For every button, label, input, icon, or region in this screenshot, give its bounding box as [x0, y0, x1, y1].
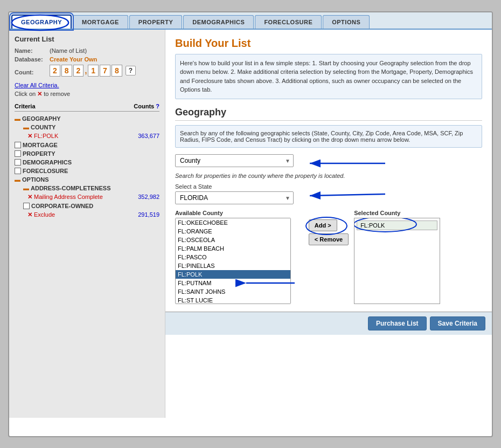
- county-buttons: Add > < Remove: [309, 210, 349, 245]
- fl-polk-count: 363,677: [138, 133, 159, 139]
- help-button[interactable]: ?: [126, 66, 136, 75]
- remove-note: Click on ✕ to remove: [15, 91, 159, 98]
- state-label: Select a State: [175, 183, 482, 190]
- county-collapse-icon[interactable]: ▬: [23, 124, 29, 130]
- tree-county[interactable]: ▬ COUNTY: [15, 123, 159, 132]
- tree-mortgage[interactable]: MORTGAGE: [15, 141, 159, 149]
- county-search-desc: Search for properties in the county wher…: [175, 173, 482, 179]
- right-panel: Build Your List Here's how to build your…: [165, 30, 492, 312]
- address-collapse-icon[interactable]: ▬: [23, 185, 29, 191]
- count-digit-4: 1: [88, 65, 99, 77]
- right-panel-wrapper: Build Your List Here's how to build your…: [165, 30, 492, 418]
- tree-exclude: ✕ Exclude 291,519: [15, 210, 159, 219]
- nav-tabs: GEOGRAPHY MORTGAGE PROPERTY DEMOGRAPHICS…: [9, 12, 492, 30]
- count-digit-6: 8: [112, 65, 122, 77]
- available-county-container: Available County FL:OKEECHOBEE FL:ORANGE…: [175, 210, 303, 304]
- main-window: GEOGRAPHY MORTGAGE PROPERTY DEMOGRAPHICS…: [8, 11, 493, 437]
- tree-options[interactable]: ▬ OPTIONS: [15, 175, 159, 184]
- selected-county-box: FL:POLK: [354, 218, 440, 304]
- geo-description: Search by any of the following geographi…: [175, 125, 482, 148]
- corporate-checkbox[interactable]: [23, 203, 30, 209]
- count-digit-3: 2: [73, 65, 84, 77]
- remove-county-button[interactable]: < Remove: [309, 233, 349, 245]
- options-label: OPTIONS: [22, 176, 49, 183]
- mailing-label: Mailing Address Complete: [34, 194, 103, 200]
- foreclosure-label: FORECLOSURE: [23, 168, 68, 174]
- state-select[interactable]: ALABAMA ALASKA ARIZONA ARKANSAS CALIFORN…: [175, 191, 294, 204]
- count-digit-1: 2: [50, 65, 60, 77]
- tree-address-completeness[interactable]: ▬ ADDRESS-COMPLETENESS: [15, 184, 159, 192]
- tree-property[interactable]: PROPERTY: [15, 149, 159, 158]
- county-label: COUNTY: [31, 124, 55, 130]
- purchase-list-button[interactable]: Purchase List: [368, 316, 427, 330]
- selected-polk-item: FL:POLK: [357, 220, 437, 230]
- geo-collapse-icon[interactable]: ▬: [15, 115, 20, 122]
- left-panel: Current List Name: (Name of List) Databa…: [9, 30, 165, 418]
- exclude-label: Exclude: [34, 211, 55, 218]
- tab-geography[interactable]: GEOGRAPHY: [11, 15, 72, 29]
- mailing-remove-icon[interactable]: ✕: [27, 194, 32, 201]
- tab-property[interactable]: PROPERTY: [129, 15, 183, 29]
- count-comma-1: ,: [85, 66, 87, 75]
- fl-polk-label: FL:POLK: [34, 133, 58, 139]
- count-display: 2 8 2 , 1 7 8 ?: [50, 65, 136, 77]
- tab-demographics[interactable]: DEMOGRAPHICS: [183, 15, 254, 29]
- counts-help-icon[interactable]: ?: [156, 103, 159, 109]
- name-value: (Name of List): [50, 47, 87, 54]
- database-value: Create Your Own: [50, 56, 97, 63]
- criteria-header: Criteria Counts ?: [15, 103, 159, 112]
- count-label: Count:: [15, 69, 50, 75]
- tree-demographics[interactable]: DEMOGRAPHICS: [15, 158, 159, 167]
- count-digit-2: 8: [61, 65, 72, 77]
- demographics-label: DEMOGRAPHICS: [23, 159, 72, 166]
- available-county-label: Available County: [175, 210, 303, 216]
- add-county-button[interactable]: Add >: [309, 219, 337, 231]
- tree-fl-polk: ✕ FL:POLK 363,677: [15, 132, 159, 141]
- county-selection: Available County FL:OKEECHOBEE FL:ORANGE…: [175, 210, 482, 304]
- build-title: Build Your List: [175, 37, 482, 50]
- tree-mailing-complete: ✕ Mailing Address Complete 352,982: [15, 192, 159, 202]
- address-label: ADDRESS-COMPLETENESS: [31, 185, 111, 191]
- tab-mortgage[interactable]: MORTGAGE: [73, 15, 128, 29]
- available-county-listbox[interactable]: FL:OKEECHOBEE FL:ORANGE FL:OSCEOLA FL:PA…: [175, 218, 291, 304]
- database-label: Database:: [15, 56, 50, 63]
- property-label: PROPERTY: [23, 150, 55, 157]
- options-collapse-icon[interactable]: ▬: [15, 176, 20, 183]
- tab-options[interactable]: OPTIONS: [323, 15, 370, 29]
- exclude-remove-icon[interactable]: ✕: [27, 211, 32, 218]
- exclude-count: 291,519: [138, 211, 159, 218]
- demographics-checkbox[interactable]: [15, 159, 21, 166]
- geo-label: GEOGRAPHY: [22, 115, 61, 122]
- mortgage-checkbox[interactable]: [15, 142, 21, 148]
- foreclosure-checkbox[interactable]: [15, 168, 21, 174]
- fl-polk-remove-icon[interactable]: ✕: [27, 133, 32, 140]
- property-checkbox[interactable]: [15, 150, 21, 157]
- tab-foreclosure[interactable]: FORECLOSURE: [255, 15, 322, 29]
- tree-foreclosure[interactable]: FORECLOSURE: [15, 167, 159, 175]
- geography-type-select[interactable]: State County City Zip Code Area Code MSA…: [175, 154, 294, 167]
- geography-select-wrapper: State County City Zip Code Area Code MSA…: [175, 154, 294, 167]
- name-label: Name:: [15, 47, 50, 54]
- state-select-wrapper: ALABAMA ALASKA ARIZONA ARKANSAS CALIFORN…: [175, 191, 294, 204]
- state-select-group: Select a State ALABAMA ALASKA ARIZONA AR…: [175, 183, 482, 204]
- tree-geography[interactable]: ▬ GEOGRAPHY: [15, 114, 159, 123]
- x-remove-icon: ✕: [37, 91, 44, 97]
- save-criteria-button[interactable]: Save Criteria: [430, 316, 485, 330]
- criteria-tree: ▬ GEOGRAPHY ▬ COUNTY ✕ FL:POLK 363,677: [15, 114, 159, 219]
- section-title: Geography: [175, 107, 482, 121]
- count-digit-5: 7: [100, 65, 110, 77]
- clear-criteria: Clear All Criteria.: [15, 82, 159, 88]
- selected-county-label: Selected County: [354, 210, 482, 216]
- add-btn-wrapper: Add >: [309, 219, 349, 231]
- bottom-bar: Purchase List Save Criteria: [165, 312, 492, 335]
- selected-county-container: Selected County FL:POLK: [354, 210, 482, 304]
- tree-corporate-owned[interactable]: CORPORATE-OWNED: [15, 202, 159, 210]
- current-list-title: Current List: [15, 35, 159, 43]
- mailing-count: 352,982: [138, 194, 159, 200]
- clear-all-link[interactable]: Clear All Criteria.: [15, 82, 59, 88]
- build-description: Here's how to build your list in a few s…: [175, 54, 482, 99]
- geography-type-group: State County City Zip Code Area Code MSA…: [175, 154, 482, 167]
- content-area: Current List Name: (Name of List) Databa…: [9, 30, 492, 418]
- mortgage-label: MORTGAGE: [23, 142, 58, 148]
- corporate-label: CORPORATE-OWNED: [31, 203, 93, 209]
